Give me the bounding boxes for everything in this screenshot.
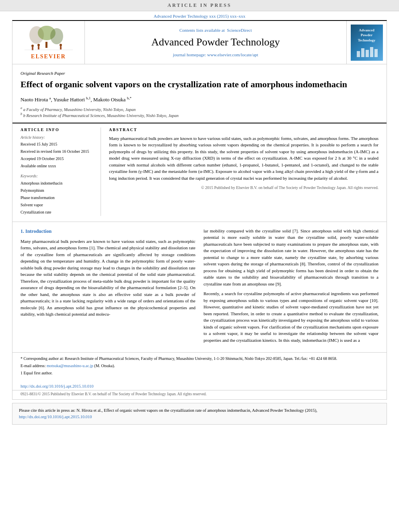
article-info-header: ARTICLE INFO	[21, 127, 94, 132]
keyword-3: Phase transformation	[21, 194, 94, 201]
paper-title: Effect of organic solvent vapors on the …	[21, 79, 378, 90]
svg-rect-8	[38, 46, 39, 49]
authors-line: Naoto Hirota a, Yusuke Hattori b,1, Mako…	[21, 96, 378, 103]
intro-para-1: Many pharmaceutical bulk powders are kno…	[21, 238, 195, 318]
journal-header: ELSEVIER Contents lists available at Sci…	[12, 20, 387, 64]
paper-type: Original Research Paper	[21, 71, 378, 76]
affiliation-a: a a Faculty of Pharmacy, Musashino Unive…	[21, 106, 378, 112]
email-label: E-mail address:	[21, 364, 45, 368]
main-content: Original Research Paper Effect of organi…	[12, 64, 387, 400]
contents-line: Contents lists available at ScienceDirec…	[179, 28, 252, 33]
cite-box: Please cite this article in press as: N.…	[12, 403, 387, 425]
affiliation-b: b b Research Institute of Pharmaceutical…	[21, 112, 378, 118]
svg-rect-15	[370, 47, 373, 57]
abstract-body: Many pharmaceutical bulk powders are kno…	[109, 135, 378, 182]
svg-rect-12	[357, 51, 360, 57]
email-suffix: (M. Otsuka).	[94, 364, 115, 368]
intro-heading: 1. Introduction	[21, 228, 195, 235]
abstract-text: Many pharmaceutical bulk powders are kno…	[109, 135, 378, 191]
apt-logo-box: Advanced Powder Technology	[351, 25, 383, 61]
keyword-1: Amorphous indomethacin	[21, 180, 94, 187]
intro-para-3: Recently, a search for crystalline polym…	[204, 290, 378, 343]
article-history: Article history: Received 15 July 2015 R…	[21, 135, 94, 169]
paper-title-section: Original Research Paper Effect of organi…	[12, 64, 387, 123]
svg-rect-16	[374, 49, 378, 57]
homepage-link[interactable]: www.elsevier.com/locate/apt	[207, 52, 258, 57]
introduction-section: 1. Introduction Many pharmaceutical bulk…	[12, 222, 387, 353]
apt-line2: Powder	[358, 33, 376, 38]
cite-doi-link[interactable]: http://dx.doi.org/10.1016/j.apt.2015.10.…	[19, 415, 92, 419]
svg-rect-10	[60, 46, 62, 49]
keyword-2: Polymorphism	[21, 187, 94, 194]
homepage-prefix: journal homepage:	[173, 52, 207, 57]
email-link[interactable]: motsuka@musashino-u.ac.jp	[47, 364, 93, 368]
journal-citation: Advanced Powder Technology xxx (2015) xx…	[0, 11, 399, 20]
svg-point-5	[31, 45, 34, 47]
svg-point-7	[37, 44, 40, 46]
accepted-date: Accepted 19 October 2015	[21, 156, 94, 162]
svg-rect-4	[45, 42, 47, 48]
elsevier-brand-label: ELSEVIER	[31, 53, 66, 60]
contents-prefix: Contents lists available at	[179, 28, 225, 33]
history-label: Article history:	[21, 135, 94, 140]
abstract-copyright: © 2015 Published by Elsevier B.V. on beh…	[109, 185, 378, 191]
keywords-section: Keywords: Amorphous indomethacin Polymor…	[21, 174, 94, 216]
apt-logo-area: Advanced Powder Technology	[346, 21, 387, 64]
elsevier-logo-area: ELSEVIER	[12, 21, 85, 64]
online-date: Available online xxxx	[21, 163, 94, 169]
bottom-copyright: 0921-8831/© 2015 Published by Elsevier B…	[12, 390, 387, 399]
email-footnote: E-mail address: motsuka@musashino-u.ac.j…	[21, 363, 378, 369]
apt-chart-icon	[355, 45, 379, 57]
article-info-abstract-section: ARTICLE INFO Article history: Received 1…	[12, 123, 387, 222]
cite-prefix: Please cite this article in press as: N.…	[19, 408, 317, 413]
journal-homepage: journal homepage: www.elsevier.com/locat…	[173, 52, 258, 57]
journal-title-area: Contents lists available at ScienceDirec…	[85, 21, 346, 64]
svg-rect-14	[366, 50, 369, 57]
abstract-column: ABSTRACT Many pharmaceutical bulk powder…	[109, 127, 378, 216]
journal-main-title: Advanced Powder Technology	[151, 36, 280, 48]
article-info-column: ARTICLE INFO Article history: Received 1…	[21, 127, 101, 216]
sciencedirect-link[interactable]: ScienceDirect	[227, 28, 252, 33]
keyword-4: Solvent vapor	[21, 201, 94, 209]
abstract-header: ABSTRACT	[109, 127, 378, 132]
intro-para-2: lar mobility compared with the crystalli…	[204, 228, 378, 288]
article-in-press-banner: ARTICLE IN PRESS	[0, 0, 399, 11]
introduction-col1: 1. Introduction Many pharmaceutical bulk…	[21, 228, 195, 347]
apt-line1: Advanced	[358, 28, 376, 33]
doi-link[interactable]: http://dx.doi.org/10.1016/j.apt.2015.10.…	[21, 384, 94, 388]
elsevier-tree-icon	[25, 25, 73, 51]
equal-first-footnote: 1 Equal first author.	[21, 370, 378, 376]
keyword-5: Crystallization rate	[21, 209, 94, 216]
svg-point-3	[50, 28, 63, 44]
svg-point-9	[60, 44, 62, 46]
corresponding-footnote: * Corresponding author at: Research Inst…	[21, 356, 378, 362]
introduction-col2: lar mobility compared with the crystalli…	[204, 228, 378, 347]
doi-line: http://dx.doi.org/10.1016/j.apt.2015.10.…	[12, 381, 387, 390]
revised-date: Received in revised form 16 October 2015	[21, 148, 94, 154]
apt-logo-text: Advanced Powder Technology	[358, 28, 376, 43]
footnotes-area: * Corresponding author at: Research Inst…	[12, 352, 387, 381]
apt-line3: Technology	[358, 38, 376, 43]
received-date: Received 15 July 2015	[21, 141, 94, 147]
svg-rect-13	[361, 48, 364, 57]
keywords-label: Keywords:	[21, 174, 94, 178]
